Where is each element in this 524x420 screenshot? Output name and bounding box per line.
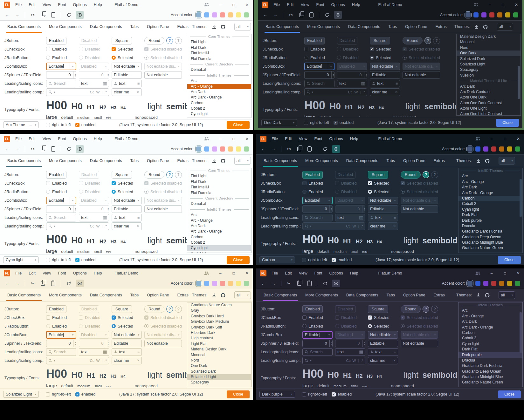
radio-selected[interactable]: [370, 56, 374, 60]
accent-swatch[interactable]: [491, 146, 496, 152]
chevron-down-icon[interactable]: ▾: [54, 225, 55, 228]
accent-swatch[interactable]: [236, 281, 241, 286]
menu-file[interactable]: File: [15, 271, 22, 275]
theme-list-item[interactable]: Gruvbox Dark Medium: [187, 319, 251, 324]
theme-list-item[interactable]: High contrast: [187, 335, 251, 341]
theme-list-item[interactable]: Dark Flat: [187, 251, 251, 253]
menu-font[interactable]: Font: [316, 3, 324, 7]
calendar-icon[interactable]: [103, 216, 107, 220]
menu-file[interactable]: File: [272, 137, 278, 141]
refresh-icon[interactable]: [322, 280, 328, 287]
spinner[interactable]: 0 ▴▾: [302, 205, 333, 213]
users-icon[interactable]: [204, 3, 210, 7]
github-icon[interactable]: [221, 293, 225, 298]
accent-swatch[interactable]: [196, 281, 201, 286]
checkbox-selected-label[interactable]: Selected: [118, 181, 133, 186]
spinner-arrows[interactable]: ▴▾: [329, 206, 332, 213]
menu-view[interactable]: View: [43, 3, 51, 7]
menu-font[interactable]: Font: [58, 3, 66, 7]
enabled-button[interactable]: Enabled: [46, 37, 66, 44]
theme-list-item[interactable]: Nord: [187, 358, 251, 363]
right-to-left-checkbox[interactable]: right-to-left: [302, 392, 327, 396]
theme-list-item[interactable]: Flat IntelliJ: [187, 51, 251, 56]
menu-edit[interactable]: Edit: [29, 137, 36, 141]
menu-edit[interactable]: Edit: [29, 3, 36, 7]
theme-list-item[interactable]: Spacegray: [187, 380, 251, 385]
search-input[interactable]: Search: [304, 80, 334, 87]
accent-swatch[interactable]: [204, 146, 209, 152]
paste-icon[interactable]: [308, 11, 314, 18]
menu-options[interactable]: Options: [73, 271, 87, 275]
checkbox-selected-label[interactable]: Selected: [118, 47, 133, 51]
accent-swatch[interactable]: [489, 12, 494, 17]
theme-list-item[interactable]: Atom One Dark: [457, 95, 521, 100]
theme-list-item[interactable]: Arc - Orange: [187, 84, 251, 89]
right-to-left-checkbox[interactable]: right-to-left: [302, 258, 327, 262]
minimize-button[interactable]: –: [218, 3, 223, 7]
round-button[interactable]: Round: [144, 305, 164, 313]
theme-list-item[interactable]: Gradianto Dark Fuchsia: [459, 229, 522, 234]
enabled-button[interactable]: Enabled: [304, 37, 325, 44]
accent-swatch[interactable]: [212, 12, 217, 17]
back-button[interactable]: ←: [260, 146, 266, 152]
menu-edit[interactable]: Edit: [285, 137, 292, 141]
search-with-options-input[interactable]: ▾ Cc W | .*: [46, 88, 109, 96]
right-to-left-checkbox[interactable]: right-to-left: [304, 120, 329, 125]
calendar-icon[interactable]: [103, 82, 107, 85]
copy-icon[interactable]: [40, 280, 46, 287]
close-window-button[interactable]: ✕: [514, 3, 519, 7]
search-with-options-input[interactable]: ▾ Cc W | .*: [302, 222, 365, 230]
accent-swatch[interactable]: [499, 281, 504, 286]
copy-icon[interactable]: [40, 146, 46, 152]
whole-words-toggle[interactable]: W: [352, 359, 356, 362]
maximize-button[interactable]: □: [502, 137, 507, 141]
tab-extras[interactable]: Extras: [174, 289, 192, 301]
theme-list-item[interactable]: Dark purple: [459, 352, 522, 358]
theme-list-item[interactable]: Solarized Light: [457, 62, 521, 67]
checkbox-enabled[interactable]: [46, 315, 50, 320]
close-window-button[interactable]: ✕: [245, 137, 250, 141]
clear-me-input[interactable]: clear me ✕: [112, 222, 142, 230]
refresh-icon[interactable]: [66, 11, 72, 18]
radio-selected[interactable]: [368, 324, 372, 328]
regex-toggle[interactable]: .*: [104, 224, 107, 228]
back-button[interactable]: ←: [260, 280, 266, 287]
theme-list-item[interactable]: Dracula: [459, 358, 522, 363]
menu-font[interactable]: Font: [314, 137, 322, 141]
tab-more-components[interactable]: More Components: [45, 155, 85, 167]
tab-tabs[interactable]: Tabs: [385, 21, 400, 33]
tab-extras[interactable]: Extras: [174, 155, 192, 167]
accent-swatch[interactable]: [220, 281, 225, 286]
combobox-editable[interactable]: Editable ▾: [304, 63, 334, 70]
accent-swatch[interactable]: [507, 146, 512, 152]
user-input[interactable]: text ≡: [368, 214, 398, 221]
accent-swatch[interactable]: [204, 12, 209, 17]
combobox-editable[interactable]: Editable ▾: [302, 331, 333, 339]
theme-list-item[interactable]: Arc - Orange: [187, 218, 251, 223]
menu-options[interactable]: Options: [329, 271, 343, 275]
theme-filter-dropdown[interactable]: all ▾: [234, 157, 251, 165]
tab-tabs[interactable]: Tabs: [127, 21, 142, 33]
theme-list-item[interactable]: Arc Dark Contrast: [457, 89, 521, 95]
checkbox-enabled-label[interactable]: Enabled: [310, 47, 325, 51]
theme-list-item[interactable]: DemoLaf: [187, 201, 251, 207]
textfield-editable[interactable]: Editable: [112, 71, 142, 79]
right-to-left-checkbox[interactable]: right-to-left: [46, 123, 71, 127]
close-button[interactable]: Close: [496, 119, 519, 127]
checkbox-selected[interactable]: ✓: [368, 181, 372, 185]
tab-basic-components[interactable]: Basic Components: [4, 21, 44, 33]
theme-selector-dropdown[interactable]: Carbon ▾: [259, 256, 295, 263]
theme-list-item[interactable]: One Dark: [457, 51, 521, 56]
theme-list-item[interactable]: Flat Light: [187, 39, 251, 45]
help-button[interactable]: ?: [423, 171, 430, 178]
menu-font[interactable]: Font: [58, 137, 66, 141]
whole-words-toggle[interactable]: W: [352, 224, 356, 228]
clear-icon[interactable]: ✕: [395, 90, 398, 94]
enabled-checkbox[interactable]: ✓enabled: [75, 392, 96, 396]
accent-swatch[interactable]: [228, 146, 233, 152]
theme-list-item[interactable]: Arc: [459, 173, 522, 179]
maximize-button[interactable]: □: [231, 271, 236, 275]
accent-swatch[interactable]: [236, 146, 241, 152]
radio-selected[interactable]: [112, 324, 116, 328]
date-input[interactable]: text: [79, 214, 109, 221]
